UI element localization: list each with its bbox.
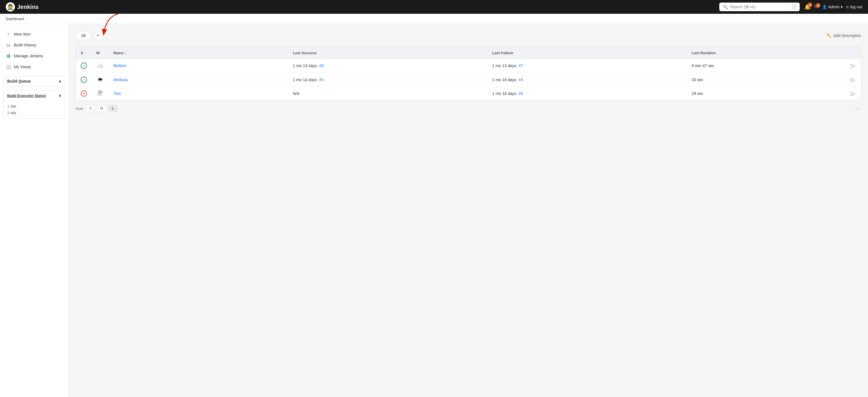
build-executor-content: 1 Idle 2 Idle	[4, 101, 65, 119]
sidebar: ＋ New Item 🗂 Build History ⚙️ Manage Jen…	[0, 24, 69, 397]
last-failure-build-link[interactable]: #7	[519, 63, 523, 68]
admin-icon: 👤	[822, 5, 827, 9]
build-executor-collapse-icon: ∨	[59, 93, 61, 98]
last-success-build-link[interactable]: #5	[319, 77, 324, 82]
search-bar[interactable]: 🔍 ?	[719, 3, 800, 11]
icon-size-l[interactable]: L	[108, 105, 117, 112]
weather-icon: ☁️	[97, 63, 104, 69]
weather-icon: 🌧	[97, 76, 103, 82]
build-queue-label: Build Queue	[7, 79, 31, 84]
table-row: ✓ ☁️ fileItem 1 mo 13 days #8 1 mo 13 da…	[76, 59, 861, 73]
build-queue-header[interactable]: Build Queue ∧	[4, 76, 65, 86]
search-icon: 🔍	[723, 5, 727, 9]
sidebar-item-manage-jenkins[interactable]: ⚙️ Manage Jenkins	[0, 51, 69, 61]
cell-name: fileItem	[109, 59, 288, 73]
cell-name: Medusa	[109, 73, 288, 87]
job-name-link[interactable]: Medusa	[113, 77, 128, 82]
search-input[interactable]	[730, 5, 789, 9]
jenkins-logo-icon: 🤵	[6, 2, 15, 11]
main-layout: ＋ New Item 🗂 Build History ⚙️ Manage Jen…	[0, 24, 868, 397]
cell-last-success: N/A	[288, 87, 488, 100]
tab-add-button[interactable]: +	[94, 31, 103, 40]
executor-1: 1 Idle	[7, 103, 61, 109]
gear-icon: ⚙️	[6, 53, 11, 59]
cell-weather: ⛈	[92, 87, 109, 100]
breadcrumb: Dashboard ›	[0, 14, 868, 24]
last-success-text: 1 mo 14 days	[293, 77, 317, 82]
add-description-button[interactable]: ✏️ Add description	[827, 33, 861, 38]
sidebar-item-my-views[interactable]: ⬜ My Views	[0, 61, 69, 72]
last-failure-build-link[interactable]: #3	[519, 77, 523, 82]
cell-last-duration: 8 min 47 sec	[687, 59, 846, 73]
last-success-build-link[interactable]: #8	[319, 63, 324, 68]
run-button[interactable]: ▷	[851, 63, 855, 69]
security-button[interactable]: 🛡 1	[814, 4, 818, 9]
admin-menu-button[interactable]: 👤 Admin ▾	[822, 5, 843, 9]
plus-icon: ＋	[6, 32, 11, 37]
col-header-action	[846, 47, 861, 59]
last-failure-text: 1 mo 13 days	[492, 63, 516, 68]
header-icons: 🔔 1 🛡 1 👤 Admin ▾ ⎋ log out	[804, 4, 862, 10]
notifications-badge: 1	[808, 3, 812, 7]
cell-name: Test	[109, 87, 288, 100]
col-header-name[interactable]: Name ↓	[109, 47, 288, 59]
job-name-link[interactable]: Test	[113, 91, 121, 96]
sidebar-item-build-history[interactable]: 🗂 Build History	[0, 40, 69, 51]
cell-weather: 🌧	[92, 73, 109, 87]
logout-button[interactable]: ⎋ log out	[846, 5, 862, 9]
build-queue-section: Build Queue ∧	[3, 76, 65, 87]
executor-2: 2 Idle	[7, 109, 61, 116]
views-icon: ⬜	[6, 64, 11, 69]
last-failure-text: 1 mo 16 days	[492, 91, 516, 96]
cell-weather: ☁️	[92, 59, 109, 73]
col-header-last-success: Last Success	[288, 47, 488, 59]
sidebar-item-new-item[interactable]: ＋ New Item	[0, 29, 69, 40]
tab-bar: All + ✏️ Add description	[76, 31, 861, 40]
sort-icon: ↓	[125, 51, 127, 55]
last-failure-build-link[interactable]: #5	[519, 91, 523, 96]
more-options-icon[interactable]: ···	[855, 105, 861, 111]
duration-text: 29 sec	[691, 91, 703, 96]
sidebar-manage-jenkins-label: Manage Jenkins	[14, 54, 43, 58]
status-success-icon: ✓	[81, 63, 87, 69]
run-button[interactable]: ▷	[851, 76, 855, 83]
cell-last-success: 1 mo 14 days #5	[288, 73, 488, 87]
jobs-table: S W Name ↓ Last Success Last Failure Las…	[76, 47, 861, 100]
icon-size-m[interactable]: M	[97, 105, 106, 112]
notifications-button[interactable]: 🔔 1	[804, 4, 811, 10]
build-executor-label: Build Executor Status	[7, 94, 46, 98]
cell-last-failure: 1 mo 13 days #7	[488, 59, 687, 73]
job-name-link[interactable]: fileItem	[113, 63, 126, 68]
breadcrumb-dashboard[interactable]: Dashboard	[6, 16, 24, 21]
build-queue-collapse-icon: ∧	[59, 79, 61, 84]
last-failure-text: 1 mo 16 days	[492, 77, 516, 82]
status-success-icon: ✓	[81, 76, 87, 83]
table-header-row: S W Name ↓ Last Success Last Failure Las…	[76, 47, 861, 59]
table-row: ✓ 🌧 Medusa 1 mo 14 days #5 1 mo 16 days …	[76, 73, 861, 87]
run-button[interactable]: ▷	[851, 90, 855, 97]
sidebar-my-views-label: My Views	[14, 65, 31, 69]
cell-last-failure: 1 mo 16 days #3	[488, 73, 687, 87]
content-area: All + ✏️ Add description	[69, 24, 868, 397]
cell-status: ✕	[76, 87, 92, 100]
app-title: Jenkins	[17, 4, 38, 10]
last-success-text: 1 mo 13 days	[293, 63, 317, 68]
icon-size-bar: Icon: S M L ···	[76, 105, 861, 112]
add-description-label: Add description	[833, 33, 861, 38]
cell-status: ✓	[76, 73, 92, 87]
col-header-s: S	[76, 47, 92, 59]
icon-size-label: Icon:	[76, 106, 84, 111]
sidebar-new-item-label: New Item	[14, 32, 31, 36]
col-header-last-duration: Last Duration	[687, 47, 846, 59]
build-executor-header[interactable]: Build Executor Status ∨	[4, 90, 65, 101]
icon-size-s[interactable]: S	[86, 105, 95, 112]
tab-all[interactable]: All	[76, 31, 91, 40]
executor-1-label: 1 Idle	[7, 104, 17, 108]
table-row: ✕ ⛈ Test N/A 1 mo 16 days #5 29 sec ▷	[76, 87, 861, 100]
logout-icon: ⎋	[846, 5, 848, 9]
search-help-icon[interactable]: ?	[792, 4, 796, 9]
col-header-last-failure: Last Failure	[488, 47, 687, 59]
col-header-w: W	[92, 47, 109, 59]
status-error-icon: ✕	[81, 90, 87, 97]
cell-last-failure: 1 mo 16 days #5	[488, 87, 687, 100]
